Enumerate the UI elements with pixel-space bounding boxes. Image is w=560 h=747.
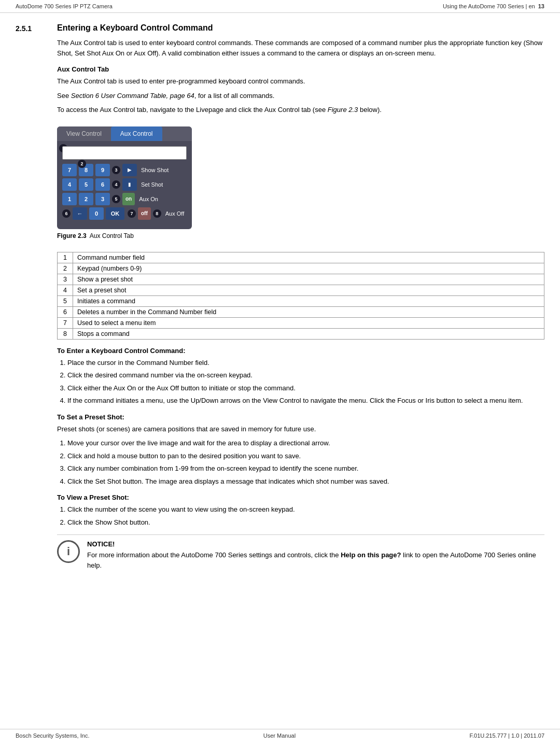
panel-body: 1 2 7 8 9 <box>57 141 192 225</box>
command-number-field[interactable] <box>62 146 187 160</box>
table-row: 1Command number field <box>58 252 544 263</box>
table-row: 3Show a preset shot <box>58 274 544 285</box>
section-number: 2.5.1 <box>16 23 57 574</box>
table-row: 4Set a preset shot <box>58 285 544 295</box>
table-row-num: 3 <box>58 274 73 285</box>
set-preset-title: To Set a Preset Shot: <box>57 413 544 421</box>
table-row-num: 7 <box>58 317 73 328</box>
key-back[interactable]: ← <box>73 207 87 220</box>
set-preset-steps: Move your cursor over the live image and… <box>67 438 544 486</box>
table-row-num: 1 <box>58 252 73 263</box>
footer-left: Bosch Security Systems, Inc. <box>16 732 89 739</box>
table-row-num: 8 <box>58 328 73 339</box>
notice-section: i NOTICE! For more information about the… <box>57 534 544 574</box>
aux-off-button[interactable]: off <box>138 207 151 220</box>
aux-on-button[interactable]: on <box>122 193 135 205</box>
aux-control-panel: View Control Aux Control 1 <box>57 126 192 229</box>
table-row-num: 4 <box>58 285 73 295</box>
table-row-desc: Command number field <box>73 252 544 263</box>
table-row: 2Keypad (numbers 0-9) <box>58 263 544 274</box>
aux-control-tab-heading: Aux Control Tab <box>57 65 544 73</box>
annotation-4: 4 <box>112 180 120 189</box>
header-left: AutoDome 700 Series IP PTZ Camera <box>16 3 113 9</box>
page-header: AutoDome 700 Series IP PTZ Camera Using … <box>0 0 560 13</box>
enter-step-2: Click the desired command number via the… <box>67 370 544 380</box>
aux-off-label: Aux Off <box>165 210 184 217</box>
set-preset-step-3: Click any number combination from 1-99 f… <box>67 463 544 474</box>
keys-789: 7 8 9 <box>62 164 110 176</box>
tab-bar: View Control Aux Control <box>57 126 192 141</box>
tab-aux-control[interactable]: Aux Control <box>111 126 162 141</box>
key-9[interactable]: 9 <box>95 164 110 176</box>
aux-desc2: See Section 6 User Command Table, page 6… <box>57 91 544 101</box>
key-ok[interactable]: OK <box>106 207 124 220</box>
table-row-desc: Stops a command <box>73 328 544 339</box>
keys-456: 4 5 6 <box>62 178 110 191</box>
table-row: 7Used to select a menu item <box>58 317 544 328</box>
reference-table: 1Command number field2Keypad (numbers 0-… <box>57 252 544 340</box>
notice-text: For more information about the AutoDome … <box>87 550 544 570</box>
aux-desc1: The Aux Control tab is used to enter pre… <box>57 76 544 87</box>
info-icon: i <box>57 540 80 563</box>
keys-123: 1 2 3 <box>62 193 110 205</box>
show-shot-icon: ▶ <box>122 164 137 176</box>
annotation-3: 3 <box>112 166 120 174</box>
section-intro: The Aux Control tab is used to enter key… <box>57 38 544 58</box>
set-preset-step-1: Move your cursor over the live image and… <box>67 438 544 448</box>
enter-command-title: To Enter a Keyboard Control Command: <box>57 347 544 355</box>
table-row-desc: Used to select a menu item <box>73 317 544 328</box>
table-row-desc: Set a preset shot <box>73 285 544 295</box>
table-row: 5Initiates a command <box>58 295 544 306</box>
annotation-6: 6 <box>62 209 71 218</box>
table-row-desc: Deletes a number in the Command Number f… <box>73 306 544 317</box>
aux-on-label: Aux On <box>139 196 158 202</box>
notice-content: NOTICE! For more information about the A… <box>87 540 544 574</box>
view-preset-steps: Click the number of the scene you want t… <box>67 504 544 527</box>
table-row: 6Deletes a number in the Command Number … <box>58 306 544 317</box>
table-row: 8Stops a command <box>58 328 544 339</box>
set-shot-icon: ▮ <box>122 178 137 191</box>
figure-caption: Figure 2.3 Aux Control Tab <box>57 232 192 239</box>
set-shot-label: Set Shot <box>141 181 163 188</box>
key-2[interactable]: 2 <box>79 193 93 205</box>
key-1[interactable]: 1 <box>62 193 77 205</box>
section-title: Entering a Keyboard Control Command <box>57 23 544 33</box>
annotation-2: 2 <box>78 160 86 168</box>
table-row-num: 6 <box>58 306 73 317</box>
footer-right: F.01U.215.777 | 1.0 | 2011.07 <box>469 732 544 739</box>
content-area: 2.5.1 Entering a Keyboard Control Comman… <box>0 13 560 585</box>
enter-step-4: If the command initiates a menu, use the… <box>67 396 544 406</box>
table-row-desc: Show a preset shot <box>73 274 544 285</box>
view-preset-title: To View a Preset Shot: <box>57 494 544 501</box>
enter-step-3: Click either the Aux On or the Aux Off b… <box>67 383 544 393</box>
table-row-desc: Keypad (numbers 0-9) <box>73 263 544 274</box>
header-right: Using the AutoDome 700 Series | en 13 <box>443 3 544 9</box>
annotation-8: 8 <box>153 209 161 218</box>
enter-command-steps: Place the cursor in the Command Number f… <box>67 358 544 406</box>
show-shot-label: Show Shot <box>141 167 169 173</box>
table-row-num: 5 <box>58 295 73 306</box>
notice-title: NOTICE! <box>87 540 544 548</box>
tab-view-control[interactable]: View Control <box>57 126 111 141</box>
set-preset-step-4: Click the Set Shot button. The image are… <box>67 476 544 487</box>
view-preset-step-1: Click the number of the scene you want t… <box>67 504 544 515</box>
figure-image-container: View Control Aux Control 1 <box>57 126 192 245</box>
key-6[interactable]: 6 <box>95 178 110 191</box>
footer-center: User Manual <box>263 732 296 739</box>
key-4[interactable]: 4 <box>62 178 77 191</box>
page-footer: Bosch Security Systems, Inc. User Manual… <box>0 729 560 742</box>
key-0[interactable]: 0 <box>89 207 104 220</box>
keypad-row-0: 6 ← 0 OK 7 off 8 Aux Off <box>62 207 187 220</box>
set-preset-step-2: Click and hold a mouse button to pan to … <box>67 451 544 461</box>
keypad-row-456: 4 5 6 4 ▮ Set Shot <box>62 178 187 191</box>
panel-wrapper: 1 2 7 8 9 <box>57 141 192 225</box>
keypad-row-123: 1 2 3 5 on Aux On <box>62 193 187 205</box>
table-row-num: 2 <box>58 263 73 274</box>
key-5[interactable]: 5 <box>79 178 93 191</box>
section-body: Entering a Keyboard Control Command The … <box>57 23 544 574</box>
table-row-desc: Initiates a command <box>73 295 544 306</box>
key-3[interactable]: 3 <box>95 193 110 205</box>
key-7[interactable]: 7 <box>62 164 77 176</box>
view-preset-step-2: Click the Show Shot button. <box>67 517 544 528</box>
set-preset-intro: Preset shots (or scenes) are camera posi… <box>57 424 544 434</box>
